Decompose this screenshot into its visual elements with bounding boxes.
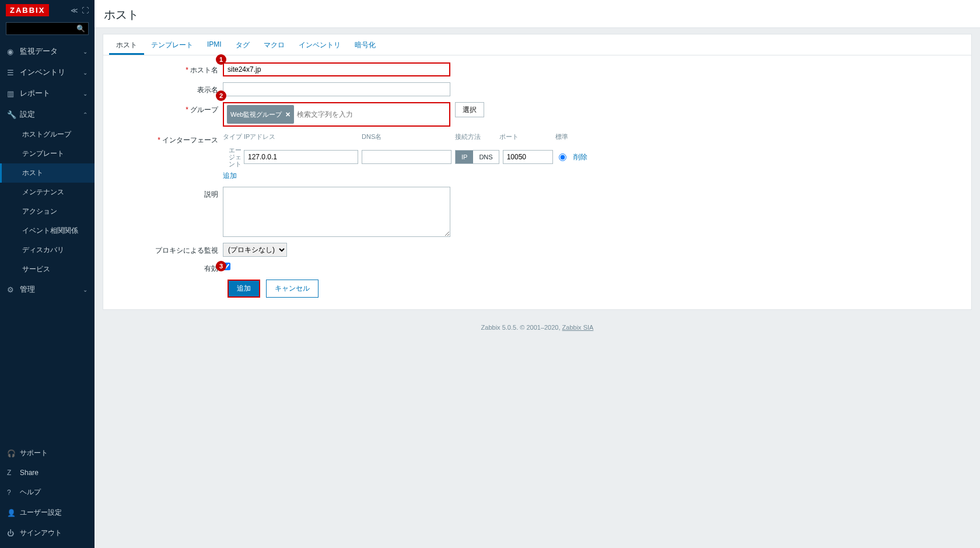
chevron-up-icon: ⌃ (83, 111, 88, 118)
headset-icon: 🎧 (7, 449, 20, 458)
tab-encryption[interactable]: 暗号化 (348, 34, 383, 55)
main: ホスト ホスト テンプレート IPMI タグ マクロ インベントリ 暗号化 1 … (94, 0, 980, 548)
tab-tags[interactable]: タグ (229, 34, 257, 55)
sidebar-item-configuration[interactable]: 🔧 設定 ⌃ (0, 104, 94, 125)
dns-input[interactable] (362, 150, 452, 164)
sidebar-item-inventory[interactable]: ☰ インベントリ ⌄ (0, 62, 94, 83)
list-icon: ☰ (7, 68, 20, 77)
chevron-down-icon: ⌄ (83, 48, 88, 55)
sidebar-item-help[interactable]: ? ヘルプ (0, 482, 94, 502)
page-title: ホスト (104, 7, 971, 23)
col-port: ポート (499, 132, 550, 141)
sidebar-sub-services[interactable]: サービス (0, 260, 94, 279)
sidebar-item-user-settings[interactable]: 👤 ユーザー設定 (0, 502, 94, 523)
col-dns: DNS名 (362, 132, 452, 141)
remove-tag-icon[interactable]: ✕ (285, 111, 290, 118)
sidebar-sub-maintenance[interactable]: メンテナンス (0, 183, 94, 202)
bar-icon: ▥ (7, 89, 20, 98)
label-proxy: プロキシによる監視 (109, 243, 223, 256)
label-enabled: 有効 (109, 263, 223, 274)
row-interface-agent: エージェント IP DNS 削除 追加 (109, 146, 965, 181)
label-displayname: 表示名 (109, 82, 223, 95)
label-description: 説明 (109, 187, 223, 200)
group-search-input[interactable] (296, 105, 446, 124)
chevron-down-icon: ⌄ (83, 69, 88, 76)
share-icon: Z (7, 469, 20, 477)
wrench-icon: 🔧 (7, 110, 20, 119)
form-area: 1 2 3 *ホスト名 表示名 (103, 55, 971, 309)
tab-host[interactable]: ホスト (109, 34, 144, 55)
default-interface-radio[interactable] (559, 153, 566, 161)
conn-dns-button[interactable]: DNS (473, 151, 498, 163)
expand-icon[interactable]: ⛶ (82, 6, 89, 15)
sidebar-item-reports[interactable]: ▥ レポート ⌄ (0, 83, 94, 104)
submit-button[interactable]: 追加 (228, 280, 260, 298)
config-submenu: ホストグループ テンプレート ホスト メンテナンス アクション イベント相関関係… (0, 125, 94, 279)
proxy-select[interactable]: (プロキシなし) (223, 243, 287, 257)
row-proxy: プロキシによる監視 (プロキシなし) (109, 243, 965, 257)
ip-input[interactable] (244, 150, 358, 164)
sidebar-item-signout[interactable]: ⏻ サインアウト (0, 523, 94, 543)
enabled-checkbox[interactable] (223, 263, 230, 270)
row-interface-header: *インターフェース タイプ IPアドレス DNS名 接続方法 ポート 標準 (109, 132, 965, 145)
gear-icon: ⚙ (7, 285, 20, 294)
content-panel: ホスト テンプレート IPMI タグ マクロ インベントリ 暗号化 1 2 3 … (103, 34, 972, 310)
tab-inventory[interactable]: インベントリ (292, 34, 348, 55)
sidebar-sub-hostgroups[interactable]: ホストグループ (0, 125, 94, 144)
collapse-icon[interactable]: ≪ (71, 6, 78, 15)
connection-toggle: IP DNS (455, 150, 499, 164)
sidebar-item-support[interactable]: 🎧 サポート (0, 443, 94, 463)
group-multiselect[interactable]: Web監視グループ ✕ (223, 102, 450, 127)
agent-type-label: エージェント (223, 146, 244, 167)
row-displayname: 表示名 (109, 82, 965, 96)
col-type: タイプ (223, 132, 244, 141)
row-enabled: 有効 (109, 263, 965, 274)
tab-macros[interactable]: マクロ (257, 34, 292, 55)
label-interface: *インターフェース (109, 132, 223, 145)
sidebar-sub-actions[interactable]: アクション (0, 202, 94, 221)
conn-ip-button[interactable]: IP (456, 151, 473, 163)
logo: ZABBIX (6, 4, 49, 16)
tabs: ホスト テンプレート IPMI タグ マクロ インベントリ 暗号化 (103, 34, 971, 55)
footer-link[interactable]: Zabbix SIA (562, 324, 594, 331)
button-row: 追加 キャンセル (228, 280, 965, 298)
col-conn: 接続方法 (455, 132, 496, 141)
user-icon: 👤 (7, 509, 20, 517)
row-description: 説明 (109, 187, 965, 237)
chevron-down-icon: ⌄ (83, 287, 88, 293)
sidebar-sub-correlation[interactable]: イベント相関関係 (0, 221, 94, 240)
eye-icon: ◉ (7, 47, 20, 56)
footer: Zabbix 5.0.5. © 2001–2020, Zabbix SIA (94, 318, 980, 340)
row-group: *グループ Web監視グループ ✕ 選択 (109, 102, 965, 127)
add-interface-link[interactable]: 追加 (223, 171, 237, 181)
port-input[interactable] (503, 150, 553, 164)
displayname-input[interactable] (223, 82, 450, 96)
page-header: ホスト (94, 0, 980, 28)
label-group: *グループ (109, 102, 223, 115)
power-icon: ⏻ (7, 529, 20, 537)
col-std: 標準 (555, 132, 573, 141)
sidebar: ZABBIX ≪ ⛶ 🔍 ◉ 監視データ ⌄ ☰ インベントリ ⌄ ▥ レポート… (0, 0, 94, 548)
label-hostname: *ホスト名 (109, 62, 223, 75)
sidebar-item-share[interactable]: Z Share (0, 463, 94, 482)
sidebar-item-administration[interactable]: ⚙ 管理 ⌄ (0, 279, 94, 300)
sidebar-sub-discovery[interactable]: ディスカバリ (0, 240, 94, 260)
sidebar-sub-templates[interactable]: テンプレート (0, 144, 94, 163)
help-icon: ? (7, 488, 20, 497)
sidebar-bottom: 🎧 サポート Z Share ? ヘルプ 👤 ユーザー設定 ⏻ サインアウト (0, 443, 94, 543)
description-textarea[interactable] (223, 187, 450, 237)
hostname-input[interactable] (223, 62, 450, 76)
tab-ipmi[interactable]: IPMI (200, 34, 229, 55)
sidebar-sub-hosts[interactable]: ホスト (0, 163, 94, 183)
search-icon[interactable]: 🔍 (76, 25, 85, 33)
sidebar-item-monitoring[interactable]: ◉ 監視データ ⌄ (0, 41, 94, 62)
delete-interface-link[interactable]: 削除 (573, 152, 587, 162)
col-ip: IPアドレス (244, 132, 358, 141)
tab-templates[interactable]: テンプレート (144, 34, 200, 55)
cancel-button[interactable]: キャンセル (266, 280, 318, 298)
nav-section: ◉ 監視データ ⌄ ☰ インベントリ ⌄ ▥ レポート ⌄ 🔧 設定 ⌃ ホスト… (0, 41, 94, 300)
logo-row: ZABBIX ≪ ⛶ (0, 0, 94, 19)
group-select-button[interactable]: 選択 (455, 102, 484, 117)
chevron-down-icon: ⌄ (83, 90, 88, 97)
group-tag[interactable]: Web監視グループ ✕ (227, 105, 294, 124)
